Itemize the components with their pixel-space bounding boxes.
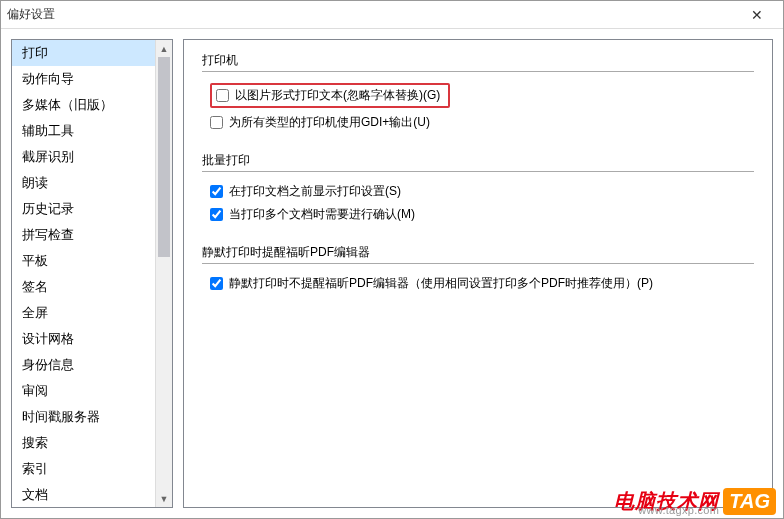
close-button[interactable]: ✕ [737,1,777,28]
watermark: 电脑技术网 TAG www.tagxp.com [614,488,776,515]
window-body: 打印 动作向导 多媒体（旧版） 辅助工具 截屏识别 朗读 历史记录 拼写检查 平… [1,29,783,518]
sidebar-item-action-wizard[interactable]: 动作向导 [12,66,155,92]
sidebar-item-document[interactable]: 文档 [12,482,155,507]
sidebar-item-screenshot-ocr[interactable]: 截屏识别 [12,144,155,170]
sidebar-item-signature[interactable]: 签名 [12,274,155,300]
close-icon: ✕ [751,7,763,23]
titlebar: 偏好设置 ✕ [1,1,783,29]
group-divider [202,263,754,264]
sidebar-item-identity[interactable]: 身份信息 [12,352,155,378]
option-label: 静默打印时不提醒福昕PDF编辑器（使用相同设置打印多个PDF时推荐使用）(P) [229,275,653,292]
group-silent-print: 静默打印时提醒福昕PDF编辑器 静默打印时不提醒福昕PDF编辑器（使用相同设置打… [202,244,754,295]
sidebar-item-print[interactable]: 打印 [12,40,155,66]
watermark-url: www.tagxp.com [638,504,719,516]
sidebar-list: 打印 动作向导 多媒体（旧版） 辅助工具 截屏识别 朗读 历史记录 拼写检查 平… [12,40,155,507]
sidebar: 打印 动作向导 多媒体（旧版） 辅助工具 截屏识别 朗读 历史记录 拼写检查 平… [11,39,173,508]
content-panel: 打印机 以图片形式打印文本(忽略字体替换)(G) 为所有类型的打印机使用GDI+… [183,39,773,508]
sidebar-item-review[interactable]: 审阅 [12,378,155,404]
scroll-down-button[interactable]: ▼ [156,490,172,507]
group-label: 批量打印 [202,152,754,169]
sidebar-item-index[interactable]: 索引 [12,456,155,482]
option-row: 当打印多个文档时需要进行确认(M) [202,203,754,226]
option-label: 当打印多个文档时需要进行确认(M) [229,206,415,223]
confirm-multi-doc-checkbox[interactable] [210,208,223,221]
highlight-box: 以图片形式打印文本(忽略字体替换)(G) [210,83,450,108]
group-batch-print: 批量打印 在打印文档之前显示打印设置(S) 当打印多个文档时需要进行确认(M) [202,152,754,226]
sidebar-item-search[interactable]: 搜索 [12,430,155,456]
preferences-window: 偏好设置 ✕ 打印 动作向导 多媒体（旧版） 辅助工具 截屏识别 朗读 历史记录… [0,0,784,519]
option-row: 静默打印时不提醒福昕PDF编辑器（使用相同设置打印多个PDF时推荐使用）(P) [202,272,754,295]
print-as-image-checkbox[interactable] [216,89,229,102]
sidebar-wrap: 打印 动作向导 多媒体（旧版） 辅助工具 截屏识别 朗读 历史记录 拼写检查 平… [11,39,173,508]
scroll-up-button[interactable]: ▲ [156,40,172,57]
option-row: 以图片形式打印文本(忽略字体替换)(G) [202,80,754,111]
window-title: 偏好设置 [7,6,737,23]
group-divider [202,71,754,72]
sidebar-item-accessibility[interactable]: 辅助工具 [12,118,155,144]
sidebar-item-fullscreen[interactable]: 全屏 [12,300,155,326]
option-label: 以图片形式打印文本(忽略字体替换)(G) [235,87,440,104]
option-row: 为所有类型的打印机使用GDI+输出(U) [202,111,754,134]
scroll-thumb[interactable] [158,57,170,257]
group-printer: 打印机 以图片形式打印文本(忽略字体替换)(G) 为所有类型的打印机使用GDI+… [202,52,754,134]
gdi-output-checkbox[interactable] [210,116,223,129]
option-row: 在打印文档之前显示打印设置(S) [202,180,754,203]
sidebar-item-timestamp-server[interactable]: 时间戳服务器 [12,404,155,430]
silent-no-remind-checkbox[interactable] [210,277,223,290]
option-label: 为所有类型的打印机使用GDI+输出(U) [229,114,430,131]
sidebar-item-design-grid[interactable]: 设计网格 [12,326,155,352]
group-label: 静默打印时提醒福昕PDF编辑器 [202,244,754,261]
option-label: 在打印文档之前显示打印设置(S) [229,183,401,200]
show-print-settings-checkbox[interactable] [210,185,223,198]
sidebar-item-read-aloud[interactable]: 朗读 [12,170,155,196]
sidebar-scrollbar[interactable]: ▲ ▼ [155,40,172,507]
sidebar-item-spellcheck[interactable]: 拼写检查 [12,222,155,248]
group-label: 打印机 [202,52,754,69]
scroll-track[interactable] [156,57,172,490]
group-divider [202,171,754,172]
sidebar-item-multimedia[interactable]: 多媒体（旧版） [12,92,155,118]
sidebar-item-history[interactable]: 历史记录 [12,196,155,222]
sidebar-item-tablet[interactable]: 平板 [12,248,155,274]
watermark-tag: TAG [723,488,776,515]
